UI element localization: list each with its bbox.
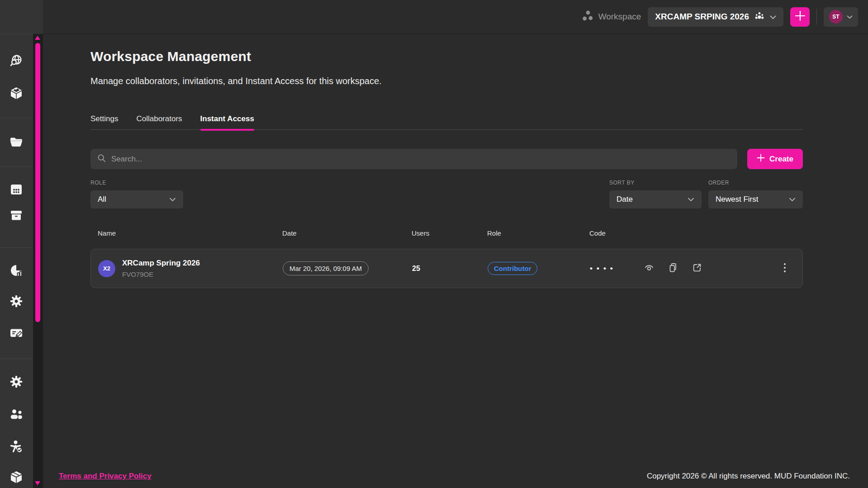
sidebar-item-projects[interactable] [7,134,25,152]
date-badge: Mar 20, 2026, 09:09 AM [283,261,369,275]
search-icon [97,154,106,165]
workspace-selector[interactable]: XRCAMP SRPING 2026 [648,7,783,27]
package-box-icon [9,470,24,486]
add-workspace-button[interactable] [790,7,810,27]
team-group-icon [754,10,765,24]
workspace-label-group: Workspace [581,9,641,25]
sidebar-item-registration[interactable] [7,325,25,343]
sidebar-item-settings[interactable] [7,374,25,392]
divider [0,247,33,248]
person-check-icon [9,440,24,456]
sidebar-item-assets[interactable] [7,85,25,103]
sidebar-item-collaborators[interactable] [7,406,25,424]
sidebar-nav [0,0,33,488]
scrollbar-up-arrow[interactable] [35,36,40,40]
sidebar-item-packages[interactable] [7,469,25,487]
tab-bar: Settings Collaborators Instant Access [90,114,803,130]
users-icon [9,407,24,423]
reveal-code-button[interactable] [643,263,655,275]
order-filter-group: ORDER Newest First [708,180,803,208]
table-header: Name Date Users Role Code [90,229,803,237]
column-header-role: Role [487,229,589,237]
order-filter-value: Newest First [716,195,758,204]
chevron-down-icon [770,12,776,22]
column-header-date: Date [282,229,412,237]
open-link-button[interactable] [691,263,703,275]
copy-code-button[interactable] [667,263,679,275]
sidebar-item-events[interactable] [7,181,25,199]
cube-media-icon [9,86,24,102]
row-id: FVO79OE [122,270,200,278]
column-header-users: Users [412,229,487,237]
chevron-down-icon [847,13,853,21]
sidebar-item-explore[interactable] [7,53,25,71]
row-name-cell: X2 XRCamp Spring 2026 FVO79OE [98,259,283,278]
terms-privacy-link[interactable]: Terms and Privacy Policy [59,472,152,481]
tab-settings[interactable]: Settings [90,114,118,129]
page-subtitle: Manage collaborators, invitations, and I… [90,76,803,86]
divider [0,34,33,34]
column-header-name: Name [98,229,282,237]
page-title: Workspace Management [90,49,803,64]
chevron-down-icon [688,195,694,204]
scrollbar-thumb[interactable] [35,43,40,322]
row-avatar: X2 [98,260,115,277]
sidebar-item-analytics[interactable] [7,262,25,280]
toolbar: Create [90,149,803,169]
chevron-down-icon [169,195,176,204]
main-panel: Workspace Management Manage collaborator… [43,34,868,488]
copy-icon [668,262,678,275]
sidebar-item-instant-access[interactable] [7,439,25,457]
user-menu-button[interactable]: ST [824,7,858,27]
role-filter-group: ROLE All [90,180,183,208]
sort-filter-group: SORT BY Date [609,180,702,208]
tab-instant-access[interactable]: Instant Access [200,114,254,129]
sort-filter-label: SORT BY [609,180,702,186]
plus-icon [794,10,806,24]
row-name: XRCamp Spring 2026 [122,259,200,268]
workspace-label: Workspace [598,12,641,22]
tab-collaborators[interactable]: Collaborators [136,114,182,129]
calendar-grid-icon [9,182,24,199]
create-button-label: Create [769,155,793,164]
card-edit-icon [9,326,24,342]
column-header-code: Code [589,229,643,237]
order-filter-label: ORDER [708,180,803,186]
workspace-name: XRCAMP SRPING 2026 [655,12,749,22]
users-count: 25 [412,265,488,273]
analytics-pie-icon [9,263,24,280]
role-filter-label: ROLE [90,180,183,186]
row-actions [643,263,778,275]
sort-filter-dropdown[interactable]: Date [609,190,702,208]
globe-search-icon [9,54,24,70]
copyright-text: Copyright 2026 © All rights reserved. MU… [647,472,850,481]
topbar: Workspace XRCAMP SRPING 2026 [0,0,868,34]
archive-box-icon [9,208,24,224]
role-filter-dropdown[interactable]: All [90,190,183,208]
row-menu-button[interactable] [778,262,792,275]
topbar-divider [816,9,817,25]
scrollbar-down-arrow[interactable] [35,481,40,485]
footer: Terms and Privacy Policy Copyright 2026 … [59,472,850,481]
eye-icon [644,262,655,275]
settings-gear-icon [9,375,23,390]
avatar: ST [829,10,843,24]
table-row: X2 XRCamp Spring 2026 FVO79OE Mar 20, 20… [90,249,803,288]
sidebar-item-archive[interactable] [7,207,25,225]
filters-row: ROLE All SORT BY Date ORDER [90,180,803,208]
external-link-icon [692,262,702,275]
create-button[interactable]: Create [747,149,803,169]
divider [0,166,33,167]
kebab-menu-icon [783,262,786,275]
sidebar-item-workspace-settings[interactable] [7,293,25,311]
workspace-logo-icon [581,9,594,25]
role-badge: Contributor [488,262,537,275]
scrollbar-track [33,34,43,488]
role-filter-value: All [98,195,106,204]
search-input[interactable] [111,155,730,164]
divider [0,118,33,118]
chevron-down-icon [789,195,796,204]
order-filter-dropdown[interactable]: Newest First [708,190,803,208]
search-box [90,149,737,169]
gear-icon [9,294,23,310]
